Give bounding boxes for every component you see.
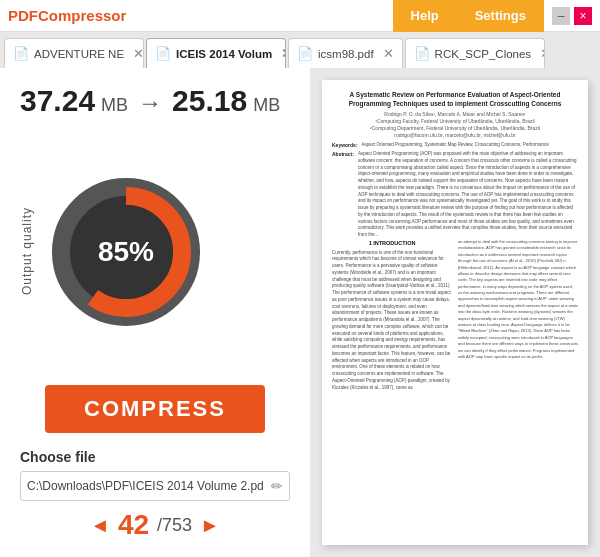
settings-button[interactable]: Settings [457, 0, 544, 32]
pdf-authors: Rodrigo P. O. da Silva¹, Marcelo A. Maia… [332, 111, 578, 139]
tab-close-rck[interactable]: ✕ [540, 46, 544, 61]
compressed-size: 25.18 [172, 84, 247, 118]
tab-close-adventure[interactable]: ✕ [133, 46, 144, 61]
choose-file-section: Choose file C:\Downloads\PDF\ICEIS 2014 … [20, 449, 290, 501]
pdf-preview: A Systematic Review on Performance Evalu… [322, 80, 588, 545]
pdf-keywords: Keywords: Aspect Oriented Programming, S… [332, 142, 578, 148]
page-total-number: /753 [157, 515, 192, 536]
pdf-col-right-text: an attempt to deal with the crosscutting… [458, 239, 578, 360]
logo-compressor: Compressor [38, 7, 126, 24]
window-controls: – × [552, 7, 592, 25]
tab-iceis[interactable]: 📄 ICEIS 2014 Volum ✕ [146, 38, 286, 68]
compressed-unit: MB [253, 95, 280, 116]
tab-icon-rck: 📄 [414, 46, 430, 61]
tabs-row: 📄 ADVENTURE NE ✕ 📄 ICEIS 2014 Volum ✕ 📄 … [0, 32, 600, 68]
donut-percent-label: 85% [98, 236, 154, 268]
size-display: 37.24MB → 25.18MB [20, 84, 290, 118]
tab-rck[interactable]: 📄 RCK_SCP_Clones ✕ [405, 38, 545, 68]
page-prev-button[interactable]: ◄ [90, 514, 110, 537]
file-path-text: C:\Downloads\PDF\ICEIS 2014 Volume 2.pd [27, 479, 265, 493]
file-input-row[interactable]: C:\Downloads\PDF\ICEIS 2014 Volume 2.pd … [20, 471, 290, 501]
tab-label-rck: RCK_SCP_Clones [435, 48, 532, 60]
pdf-col-left: 1 INTRODUCTION Currently, performance is… [332, 239, 452, 535]
page-navigation: ◄ 42 /753 ► [20, 509, 290, 541]
tab-icon-adventure: 📄 [13, 46, 29, 61]
tab-label-iceis: ICEIS 2014 Volum [176, 48, 272, 60]
right-panel: A Systematic Review on Performance Evalu… [310, 68, 600, 557]
edit-icon[interactable]: ✏ [271, 478, 283, 494]
quality-label: Output quality [20, 207, 34, 295]
quality-section: Output quality 85% [20, 134, 290, 369]
tab-icon-iceis: 📄 [155, 46, 171, 61]
app-logo: PDFCompressor [8, 7, 126, 24]
size-arrow: → [138, 89, 162, 117]
pdf-col-right: an attempt to deal with the crosscutting… [458, 239, 578, 535]
pdf-title: A Systematic Review on Performance Evalu… [332, 90, 578, 108]
compress-button[interactable]: COMPRESS [45, 385, 265, 433]
title-bar: PDFCompressor Help Settings – × [0, 0, 600, 32]
top-nav: Help Settings [393, 0, 544, 32]
page-next-button[interactable]: ► [200, 514, 220, 537]
tab-icon-icsm98: 📄 [297, 46, 313, 61]
choose-file-label: Choose file [20, 449, 290, 465]
help-button[interactable]: Help [393, 0, 457, 32]
original-unit: MB [101, 95, 128, 116]
tab-close-icsm98[interactable]: ✕ [383, 46, 394, 61]
donut-chart[interactable]: 85% [46, 172, 206, 332]
original-size: 37.24 [20, 84, 95, 118]
tab-label-adventure: ADVENTURE NE [34, 48, 124, 60]
page-current-number: 42 [118, 509, 149, 541]
tab-close-iceis[interactable]: ✕ [281, 46, 286, 61]
tab-adventure[interactable]: 📄 ADVENTURE NE ✕ [4, 38, 144, 68]
pdf-columns: 1 INTRODUCTION Currently, performance is… [332, 239, 578, 535]
main-area: 37.24MB → 25.18MB Output quality 85% [0, 68, 600, 557]
left-panel: 37.24MB → 25.18MB Output quality 85% [0, 68, 310, 557]
minimize-button[interactable]: – [552, 7, 570, 25]
tab-label-icsm98: icsm98.pdf [318, 48, 374, 60]
logo-pdf: PDF [8, 7, 38, 24]
pdf-abstract: Abstract: Aspect Oriented Programming (A… [332, 151, 578, 239]
tab-icsm98[interactable]: 📄 icsm98.pdf ✕ [288, 38, 403, 68]
close-button[interactable]: × [574, 7, 592, 25]
